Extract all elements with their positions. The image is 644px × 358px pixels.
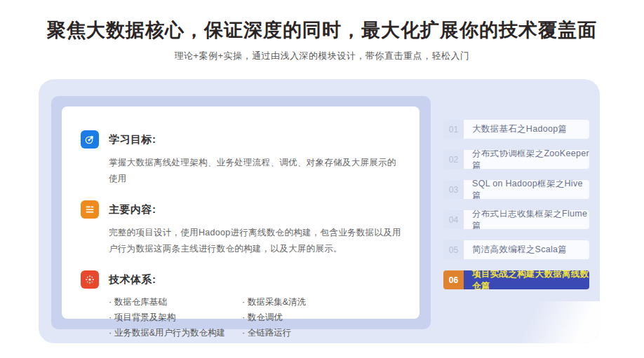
course-module-scala[interactable]: 05 简洁高效编程之Scala篇 xyxy=(443,240,589,259)
page-subtitle: 理论+案例+实操，通过由浅入深的模块设计，带你直击重点，轻松入门 xyxy=(0,50,644,62)
course-module-offline-dw-active[interactable]: 06 项目实战之构建大数据离线数仓篇 xyxy=(443,270,589,289)
section-heading: 学习目标: xyxy=(109,133,156,146)
tech-item: 数据仓库基础 xyxy=(109,294,242,310)
burst-icon xyxy=(81,270,99,289)
section-body: 完整的项目设计，使用Hadoop进行离线数仓的构建，包含业务数据以及用户行为数据… xyxy=(109,225,401,257)
section-heading: 主要内容: xyxy=(109,203,156,216)
module-number: 05 xyxy=(443,240,464,259)
tech-list: 数据仓库基础 项目背景及架构 业务数据&用户行为数仓构建 数据采集&清洗 数仓调… xyxy=(109,294,401,340)
module-label: 简洁高效编程之Scala篇 xyxy=(464,240,589,259)
page-title: 聚焦大数据核心，保证深度的同时，最大化扩展你的技术覆盖面 xyxy=(0,18,644,42)
list-icon xyxy=(81,200,99,219)
course-module-zookeeper[interactable]: 02 分布式协调框架之ZooKeeper篇 xyxy=(443,150,589,169)
course-module-list: 01 大数据基石之Hadoop篇 02 分布式协调框架之ZooKeeper篇 0… xyxy=(443,120,589,289)
course-panel: 学习目标: 掌握大数据离线处理架构、业务处理流程、调优、对象存储及大屏展示的使用… xyxy=(39,79,600,343)
section-learning-goals: 学习目标: 掌握大数据离线处理架构、业务处理流程、调优、对象存储及大屏展示的使用 xyxy=(81,130,401,187)
course-module-hadoop[interactable]: 01 大数据基石之Hadoop篇 xyxy=(443,120,589,139)
module-number: 04 xyxy=(443,210,464,229)
section-tech-stack: 技术体系: 数据仓库基础 项目背景及架构 业务数据&用户行为数仓构建 数据采集&… xyxy=(81,270,401,340)
target-icon xyxy=(81,130,99,149)
course-module-hive[interactable]: 03 SQL on Hadoop框架之Hive篇 xyxy=(443,180,589,199)
module-number: 06 xyxy=(443,270,464,289)
module-label: 分布式日志收集框架之Flume篇 xyxy=(464,210,589,229)
module-label: 项目实战之构建大数据离线数仓篇 xyxy=(464,270,589,289)
module-number: 03 xyxy=(443,180,464,199)
tech-item: 数仓调优 xyxy=(242,310,401,325)
section-heading: 技术体系: xyxy=(109,273,156,287)
course-info-card: 学习目标: 掌握大数据离线处理架构、业务处理流程、调优、对象存储及大屏展示的使用… xyxy=(62,106,420,319)
module-label: 大数据基石之Hadoop篇 xyxy=(464,120,589,139)
tech-item: 全链路运行 xyxy=(242,325,401,340)
section-main-content: 主要内容: 完整的项目设计，使用Hadoop进行离线数仓的构建，包含业务数据以及… xyxy=(81,200,401,257)
course-module-flume[interactable]: 04 分布式日志收集框架之Flume篇 xyxy=(443,210,589,229)
module-label: SQL on Hadoop框架之Hive篇 xyxy=(464,180,589,199)
module-number: 01 xyxy=(443,120,464,139)
module-label: 分布式协调框架之ZooKeeper篇 xyxy=(464,150,589,169)
tech-item: 数据采集&清洗 xyxy=(242,294,401,310)
module-number: 02 xyxy=(443,150,464,169)
tech-item: 业务数据&用户行为数仓构建 xyxy=(109,325,242,340)
section-body: 掌握大数据离线处理架构、业务处理流程、调优、对象存储及大屏展示的使用 xyxy=(109,155,401,187)
tech-item: 项目背景及架构 xyxy=(109,310,242,325)
page-header: 聚焦大数据核心，保证深度的同时，最大化扩展你的技术覆盖面 理论+案例+实操，通过… xyxy=(0,18,644,62)
